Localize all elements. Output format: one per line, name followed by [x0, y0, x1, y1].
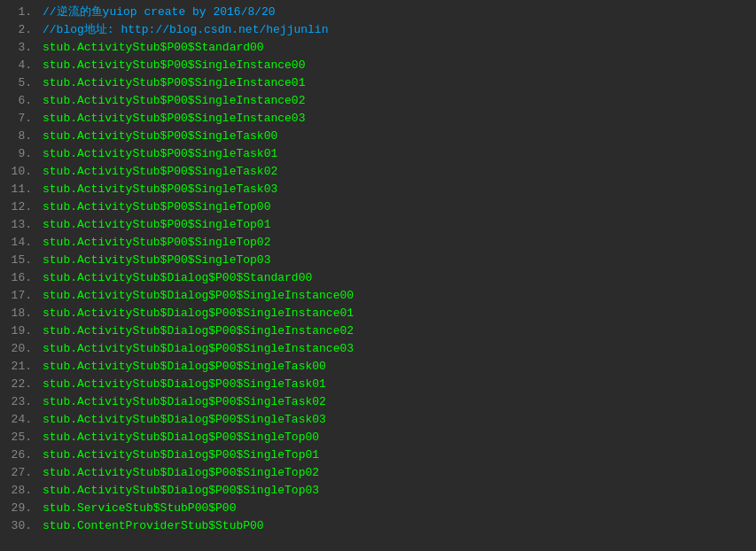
code-line: 20.stub.ActivityStub$Dialog$P00$SingleIn… — [0, 340, 756, 358]
line-content: stub.ActivityStub$Dialog$P00$SingleTask0… — [43, 393, 326, 411]
code-line: 24.stub.ActivityStub$Dialog$P00$SingleTa… — [0, 411, 756, 429]
line-content: stub.ActivityStub$P00$SingleTask03 — [43, 181, 277, 198]
line-content: stub.ActivityStub$P00$SingleInstance03 — [43, 110, 305, 128]
line-number: 27. — [7, 464, 32, 482]
code-line: 22.stub.ActivityStub$Dialog$P00$SingleTa… — [0, 376, 756, 393]
line-content: //逆流的鱼yuiop create by 2016/8/20 — [43, 4, 276, 21]
code-line: 21.stub.ActivityStub$Dialog$P00$SingleTa… — [0, 358, 756, 376]
code-line: 9.stub.ActivityStub$P00$SingleTask01 — [0, 145, 756, 163]
code-line: 8.stub.ActivityStub$P00$SingleTask00 — [0, 128, 756, 145]
line-number: 17. — [7, 287, 32, 305]
line-content: stub.ActivityStub$P00$SingleTask00 — [43, 128, 277, 145]
code-line: 26.stub.ActivityStub$Dialog$P00$SingleTo… — [0, 446, 756, 464]
line-content: stub.ServiceStub$StubP00$P00 — [43, 500, 236, 517]
code-line: 14.stub.ActivityStub$P00$SingleTop02 — [0, 234, 756, 252]
line-number: 1. — [7, 4, 32, 21]
line-content: stub.ActivityStub$P00$Standard00 — [43, 39, 264, 57]
line-content: stub.ActivityStub$Dialog$P00$SingleInsta… — [43, 287, 354, 305]
code-line: 10.stub.ActivityStub$P00$SingleTask02 — [0, 163, 756, 181]
code-line: 1.//逆流的鱼yuiop create by 2016/8/20 — [0, 4, 756, 21]
line-number: 7. — [7, 110, 32, 128]
line-number: 19. — [7, 322, 32, 340]
line-number: 24. — [7, 411, 32, 429]
code-line: 7.stub.ActivityStub$P00$SingleInstance03 — [0, 110, 756, 128]
line-number: 8. — [7, 128, 32, 145]
line-number: 26. — [7, 446, 32, 464]
code-line: 18.stub.ActivityStub$Dialog$P00$SingleIn… — [0, 305, 756, 322]
code-line: 17.stub.ActivityStub$Dialog$P00$SingleIn… — [0, 287, 756, 305]
line-number: 20. — [7, 340, 32, 358]
code-line: 13.stub.ActivityStub$P00$SingleTop01 — [0, 216, 756, 234]
code-line: 3.stub.ActivityStub$P00$Standard00 — [0, 39, 756, 57]
line-content: stub.ActivityStub$Dialog$P00$SingleInsta… — [43, 322, 354, 340]
line-number: 29. — [7, 500, 32, 517]
code-line: 27.stub.ActivityStub$Dialog$P00$SingleTo… — [0, 464, 756, 482]
line-number: 18. — [7, 305, 32, 322]
line-content: stub.ActivityStub$P00$SingleTop03 — [43, 252, 270, 269]
line-content: stub.ActivityStub$P00$SingleTask01 — [43, 145, 277, 163]
line-number: 25. — [7, 429, 32, 446]
line-number: 28. — [7, 482, 32, 500]
code-line: 29.stub.ServiceStub$StubP00$P00 — [0, 500, 756, 517]
line-number: 11. — [7, 181, 32, 198]
line-content: stub.ActivityStub$Dialog$P00$SingleTop02 — [43, 464, 319, 482]
line-content: stub.ActivityStub$P00$SingleInstance01 — [43, 74, 305, 92]
code-line: 16.stub.ActivityStub$Dialog$P00$Standard… — [0, 269, 756, 287]
code-line: 23.stub.ActivityStub$Dialog$P00$SingleTa… — [0, 393, 756, 411]
code-line: 2.//blog地址: http://blog.csdn.net/hejjunl… — [0, 21, 756, 39]
line-number: 14. — [7, 234, 32, 252]
code-line: 4.stub.ActivityStub$P00$SingleInstance00 — [0, 57, 756, 74]
line-number: 4. — [7, 57, 32, 74]
line-number: 2. — [7, 21, 32, 39]
code-line: 19.stub.ActivityStub$Dialog$P00$SingleIn… — [0, 322, 756, 340]
line-number: 30. — [7, 517, 32, 535]
line-number: 9. — [7, 145, 32, 163]
code-line: 11.stub.ActivityStub$P00$SingleTask03 — [0, 181, 756, 198]
line-number: 13. — [7, 216, 32, 234]
line-content: stub.ContentProviderStub$StubP00 — [43, 517, 264, 535]
line-number: 23. — [7, 393, 32, 411]
line-content: stub.ActivityStub$P00$SingleTask02 — [43, 163, 277, 181]
line-content: stub.ActivityStub$P00$SingleTop00 — [43, 198, 270, 216]
code-line: 5.stub.ActivityStub$P00$SingleInstance01 — [0, 74, 756, 92]
code-line: 30.stub.ContentProviderStub$StubP00 — [0, 517, 756, 535]
line-content: stub.ActivityStub$Dialog$P00$SingleTop01 — [43, 446, 319, 464]
code-line: 25.stub.ActivityStub$Dialog$P00$SingleTo… — [0, 429, 756, 446]
line-content: stub.ActivityStub$Dialog$P00$Standard00 — [43, 269, 312, 287]
line-content: //blog地址: http://blog.csdn.net/hejjunlin — [43, 21, 328, 39]
line-number: 6. — [7, 92, 32, 110]
line-content: stub.ActivityStub$Dialog$P00$SingleTask0… — [43, 358, 326, 376]
code-line: 6.stub.ActivityStub$P00$SingleInstance02 — [0, 92, 756, 110]
code-line: 28.stub.ActivityStub$Dialog$P00$SingleTo… — [0, 482, 756, 500]
code-line: 15.stub.ActivityStub$P00$SingleTop03 — [0, 252, 756, 269]
line-content: stub.ActivityStub$P00$SingleInstance02 — [43, 92, 305, 110]
line-content: stub.ActivityStub$P00$SingleTop01 — [43, 216, 270, 234]
code-editor: 1.//逆流的鱼yuiop create by 2016/8/202.//blo… — [0, 0, 756, 539]
line-content: stub.ActivityStub$Dialog$P00$SingleTask0… — [43, 411, 326, 429]
line-number: 21. — [7, 358, 32, 376]
line-number: 5. — [7, 74, 32, 92]
line-number: 10. — [7, 163, 32, 181]
line-number: 16. — [7, 269, 32, 287]
line-number: 3. — [7, 39, 32, 57]
line-content: stub.ActivityStub$Dialog$P00$SingleInsta… — [43, 340, 354, 358]
line-number: 12. — [7, 198, 32, 216]
line-number: 22. — [7, 376, 32, 393]
code-line: 12.stub.ActivityStub$P00$SingleTop00 — [0, 198, 756, 216]
line-content: stub.ActivityStub$Dialog$P00$SingleTask0… — [43, 376, 326, 393]
line-number: 15. — [7, 252, 32, 269]
line-content: stub.ActivityStub$Dialog$P00$SingleInsta… — [43, 305, 354, 322]
line-content: stub.ActivityStub$P00$SingleTop02 — [43, 234, 270, 252]
line-content: stub.ActivityStub$Dialog$P00$SingleTop03 — [43, 482, 319, 500]
line-content: stub.ActivityStub$P00$SingleInstance00 — [43, 57, 305, 74]
line-content: stub.ActivityStub$Dialog$P00$SingleTop00 — [43, 429, 319, 446]
